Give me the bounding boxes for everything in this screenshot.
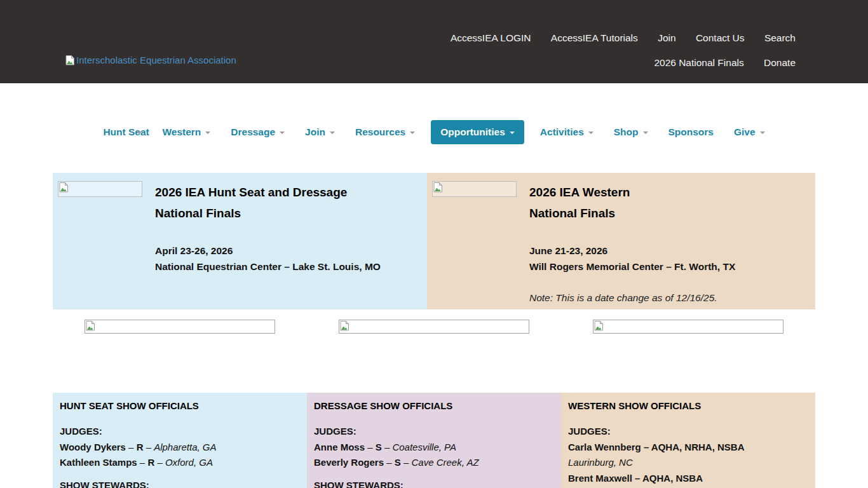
- judge-name: Kathleen Stamps: [60, 457, 137, 468]
- event-image-placeholder: [58, 181, 142, 197]
- judge-name: Woody Dykers: [60, 442, 126, 452]
- nav-item-label: Activities: [540, 126, 584, 138]
- nav-item-resources[interactable]: Resources: [345, 126, 425, 138]
- event-venue: Will Rogers Memorial Center – Ft. Worth,…: [529, 259, 735, 274]
- chevron-down-icon: [760, 132, 765, 134]
- separator: –: [137, 457, 148, 468]
- chevron-down-icon: [588, 132, 593, 134]
- hunt-seat-dressage-finals-card: 2026 IEA Hunt Seat and Dressage National…: [53, 173, 427, 309]
- judges-label: JUDGES:: [314, 424, 554, 440]
- utility-link-accessiea-login[interactable]: AccessIEA LOGIN: [451, 32, 531, 43]
- judges-label: JUDGES:: [568, 424, 808, 440]
- utility-link-accessiea-tutorials[interactable]: AccessIEA Tutorials: [551, 32, 638, 43]
- event-image-placeholder: [432, 181, 517, 197]
- nav-item-label: Resources: [355, 126, 405, 138]
- separator: –: [382, 442, 393, 452]
- event-title-line1: 2026 IEA Hunt Seat and Dressage: [155, 186, 347, 199]
- site-header: Interscholastic Equestrian Association A…: [0, 0, 868, 83]
- utility-link-join[interactable]: Join: [658, 32, 675, 43]
- chevron-down-icon: [137, 132, 142, 134]
- utility-link-contact-us[interactable]: Contact Us: [696, 32, 745, 43]
- nav-item-label: Sponsors: [668, 126, 714, 138]
- separator: –: [154, 457, 165, 468]
- officials-heading: DRESSAGE SHOW OFFICIALS: [314, 400, 554, 411]
- event-details: 2026 IEA Hunt Seat and Dressage National…: [155, 181, 381, 301]
- utility-nav-row-1: AccessIEA LOGIN AccessIEA Tutorials Join…: [433, 32, 796, 44]
- separator: –: [143, 442, 154, 452]
- stewards-label: SHOW STEWARDS:: [60, 478, 300, 488]
- judge-name-credentials: Brent Maxwell – AQHA, NSBA: [568, 473, 703, 484]
- nav-item-western[interactable]: Western: [152, 126, 220, 138]
- judge-credential: S: [395, 457, 401, 468]
- broken-image-icon: [433, 182, 515, 193]
- judge-entry: Brent Maxwell – AQHA, NSBA: [568, 471, 808, 487]
- nav-item-give[interactable]: Give: [724, 126, 775, 138]
- judges-label: JUDGES:: [60, 424, 300, 440]
- nav-item-label: Hunt Seat: [103, 123, 132, 141]
- judge-credential: R: [147, 457, 154, 468]
- dressage-officials-column: DRESSAGE SHOW OFFICIALS JUDGES: Anne Mos…: [307, 393, 561, 488]
- broken-image-icon: [86, 321, 274, 331]
- hunt-seat-officials-column: HUNT SEAT SHOW OFFICIALS JUDGES: Woody D…: [53, 393, 307, 488]
- utility-link-2026-national-finals[interactable]: 2026 National Finals: [654, 57, 743, 68]
- nav-item-dressage[interactable]: Dressage: [220, 126, 295, 138]
- judge-entry: Anne Moss – S – Coatesville, PA: [314, 440, 554, 456]
- site-logo-alt-text: Interscholastic Equestrian Association: [76, 55, 236, 65]
- judge-name: Beverly Rogers: [314, 457, 384, 468]
- event-title: 2026 IEA Hunt Seat and Dressage National…: [155, 182, 381, 224]
- chevron-down-icon: [280, 132, 285, 134]
- chevron-down-icon: [510, 132, 515, 134]
- officials-heading: HUNT SEAT SHOW OFFICIALS: [60, 400, 300, 411]
- utility-link-search[interactable]: Search: [764, 32, 796, 43]
- judge-location: Alpharetta, GA: [154, 442, 216, 452]
- judge-entry: Carla Wennberg – AQHA, NRHA, NSBA: [568, 440, 808, 456]
- nav-item-join[interactable]: Join: [295, 126, 345, 138]
- event-date: April 23-26, 2026: [155, 243, 381, 259]
- nav-item-label: Opportunities: [440, 126, 505, 138]
- separator: –: [401, 457, 412, 468]
- judge-name: Anne Moss: [314, 442, 365, 452]
- chevron-down-icon: [205, 132, 210, 134]
- judge-location: Oxford, GA: [165, 457, 213, 468]
- image-strip-column: [53, 320, 307, 334]
- nav-item-label: Western: [162, 126, 201, 138]
- image-placeholder-2: [339, 320, 529, 334]
- nav-item-label: Join: [305, 126, 325, 138]
- chevron-down-icon: [643, 132, 648, 134]
- broken-image-icon: [59, 182, 141, 193]
- image-placeholder-1: [85, 320, 275, 334]
- western-officials-column: WESTERN SHOW OFFICIALS JUDGES: Carla Wen…: [561, 393, 815, 488]
- nav-item-opportunities[interactable]: Opportunities: [431, 120, 524, 144]
- judge-entry: Kathleen Stamps – R – Oxford, GA: [60, 455, 300, 471]
- nav-item-hunt-seat[interactable]: Hunt Seat: [93, 123, 152, 141]
- event-title-line1: 2026 IEA Western: [529, 186, 630, 199]
- nav-item-activities[interactable]: Activities: [530, 126, 604, 138]
- stewards-label: SHOW STEWARDS:: [314, 478, 554, 488]
- western-finals-card: 2026 IEA Western National Finals June 21…: [427, 173, 815, 309]
- event-title: 2026 IEA Western National Finals: [529, 182, 735, 224]
- judge-location: Cave Creek, AZ: [411, 457, 478, 468]
- event-date: June 21-23, 2026: [529, 243, 735, 259]
- broken-image-icon: [65, 55, 75, 65]
- image-placeholder-3: [593, 320, 783, 334]
- events-section: 2026 IEA Hunt Seat and Dressage National…: [53, 173, 815, 309]
- nav-item-label: Give: [734, 126, 756, 138]
- judge-credential: R: [137, 442, 144, 452]
- event-date-change-note: Note: This is a date change as of 12/16/…: [529, 292, 735, 304]
- judge-name-credentials: Carla Wennberg – AQHA, NRHA, NSBA: [568, 442, 745, 452]
- image-strip-column: [307, 320, 561, 334]
- judge-entry: Woody Dykers – R – Alpharetta, GA: [60, 440, 300, 456]
- separator: –: [365, 442, 376, 452]
- utility-link-donate[interactable]: Donate: [764, 57, 796, 68]
- nav-item-shop[interactable]: Shop: [604, 126, 658, 138]
- judge-credential: S: [376, 442, 382, 452]
- main-nav: Hunt Seat Western Dressage Join Resource…: [0, 83, 868, 173]
- image-strip-column: [561, 320, 815, 334]
- broken-image-icon: [340, 321, 528, 331]
- site-logo-link[interactable]: Interscholastic Equestrian Association: [65, 55, 236, 65]
- broken-image-icon: [594, 321, 782, 331]
- event-details: 2026 IEA Western National Finals June 21…: [529, 181, 735, 301]
- chevron-down-icon: [330, 132, 335, 134]
- image-strip: [53, 320, 815, 334]
- nav-item-sponsors[interactable]: Sponsors: [658, 126, 724, 138]
